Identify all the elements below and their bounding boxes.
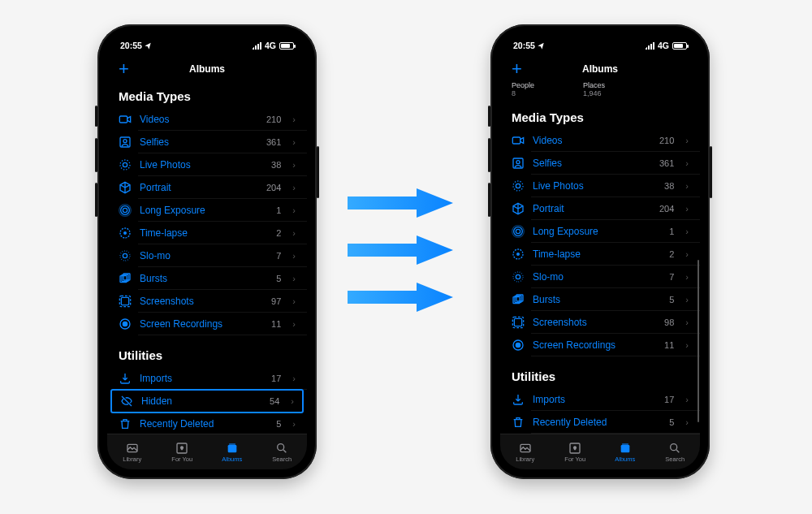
add-button[interactable]: + — [119, 60, 135, 78]
section-media-types: Media Types — [107, 81, 307, 108]
media-row-live-photos[interactable]: Live Photos38› — [500, 175, 700, 197]
row-count: 5 — [669, 417, 674, 427]
albums-icon — [618, 442, 633, 455]
bursts-icon — [512, 293, 525, 306]
chevron-right-icon: › — [685, 417, 689, 427]
nav-title: Albums — [135, 63, 279, 75]
media-row-screen-recordings[interactable]: Screen Recordings11› — [107, 313, 307, 335]
media-row-bursts[interactable]: Bursts5› — [107, 267, 307, 290]
location-icon — [145, 41, 153, 50]
tab-library[interactable]: Library — [500, 434, 551, 469]
section-utilities: Utilities — [107, 335, 307, 367]
svg-rect-49 — [622, 443, 628, 445]
side-button — [95, 106, 97, 127]
section-utilities: Utilities — [500, 356, 700, 388]
svg-marker-25 — [348, 235, 453, 265]
media-row-videos[interactable]: Videos210› — [107, 108, 307, 131]
utilities-row-imports[interactable]: Imports17› — [107, 367, 307, 390]
svg-point-33 — [514, 227, 523, 236]
row-label: Imports — [533, 394, 656, 405]
svg-point-2 — [123, 140, 127, 143]
row-label: Long Exposure — [140, 205, 268, 216]
tab-bar: LibraryFor YouAlbumsSearch — [107, 434, 307, 469]
row-count: 1 — [276, 205, 281, 215]
utilities-row-recently-deleted[interactable]: Recently Deleted5› — [500, 411, 700, 434]
chevron-right-icon: › — [685, 340, 689, 350]
row-count: 17 — [664, 395, 674, 404]
chevron-right-icon: › — [685, 317, 689, 327]
media-row-screenshots[interactable]: Screenshots97› — [107, 290, 307, 313]
utilities-row-hidden[interactable]: Hidden54› — [110, 389, 304, 413]
tab-search[interactable]: Search — [650, 434, 701, 469]
row-label: Recently Deleted — [140, 418, 268, 430]
row-label: Portrait — [533, 203, 651, 214]
tab-albums[interactable]: Albums — [207, 434, 257, 469]
row-count: 204 — [266, 183, 281, 192]
chevron-right-icon: › — [685, 227, 689, 236]
svg-point-18 — [123, 322, 127, 326]
svg-point-6 — [121, 206, 130, 215]
chevron-right-icon: › — [292, 274, 296, 283]
media-row-live-photos[interactable]: Live Photos38› — [107, 153, 307, 176]
cube-icon — [512, 202, 525, 215]
row-label: Time-lapse — [140, 227, 268, 239]
import-icon — [119, 372, 132, 385]
row-count: 38 — [664, 181, 674, 191]
utilities-row-recently-deleted[interactable]: Recently Deleted5› — [107, 412, 307, 434]
media-row-time-lapse[interactable]: Time-lapse2› — [107, 222, 307, 244]
cube-icon — [119, 181, 132, 194]
row-label: Portrait — [140, 182, 258, 193]
svg-rect-22 — [229, 443, 235, 445]
media-row-long-exposure[interactable]: Long Exposure1› — [500, 220, 700, 243]
notch — [158, 34, 256, 52]
row-count: 210 — [659, 136, 674, 145]
row-count: 5 — [669, 295, 674, 305]
media-row-bursts[interactable]: Bursts5› — [500, 288, 700, 311]
media-row-videos[interactable]: Videos210› — [500, 129, 700, 152]
row-count: 17 — [271, 374, 281, 383]
row-count: 11 — [271, 319, 281, 329]
add-button[interactable]: + — [512, 60, 528, 78]
tab-label: Search — [665, 456, 685, 463]
chevron-right-icon: › — [292, 374, 296, 383]
row-count: 5 — [276, 274, 281, 283]
tab-label: Albums — [222, 456, 242, 463]
chevron-right-icon: › — [292, 228, 296, 238]
tab-label: Library — [516, 456, 534, 463]
side-button — [488, 106, 490, 127]
media-row-selfies[interactable]: Selfies361› — [107, 131, 307, 153]
row-label: Time-lapse — [533, 248, 661, 260]
utilities-row-imports[interactable]: Imports17› — [500, 388, 700, 411]
svg-point-50 — [671, 443, 677, 450]
mini-people-label: People — [512, 81, 534, 89]
row-label: Selfies — [533, 158, 651, 169]
media-row-portrait[interactable]: Portrait204› — [500, 197, 700, 220]
row-count: 2 — [276, 228, 281, 238]
tab-foryou[interactable]: For You — [551, 434, 601, 469]
row-count: 38 — [271, 160, 281, 170]
svg-marker-24 — [348, 188, 453, 218]
tab-label: For You — [564, 456, 585, 463]
media-row-time-lapse[interactable]: Time-lapse2› — [500, 243, 700, 266]
row-label: Screenshots — [140, 296, 263, 307]
tab-foryou[interactable]: For You — [158, 434, 208, 469]
hidden-icon — [120, 395, 133, 408]
media-row-slo-mo[interactable]: Slo-mo7› — [107, 244, 307, 267]
tab-library[interactable]: Library — [107, 434, 158, 469]
content-left[interactable]: Media Types Videos210›Selfies361›Live Ph… — [107, 81, 307, 434]
trash-icon — [119, 417, 132, 430]
tab-albums[interactable]: Albums — [600, 434, 650, 469]
media-row-slo-mo[interactable]: Slo-mo7› — [500, 266, 700, 288]
media-row-screenshots[interactable]: Screenshots98› — [500, 311, 700, 334]
tab-search[interactable]: Search — [257, 434, 308, 469]
tab-label: Search — [272, 456, 292, 463]
arrow-icon — [348, 234, 453, 266]
row-count: 204 — [659, 204, 674, 214]
media-row-long-exposure[interactable]: Long Exposure1› — [107, 199, 307, 222]
media-row-selfies[interactable]: Selfies361› — [500, 152, 700, 175]
media-row-screen-recordings[interactable]: Screen Recordings11› — [500, 334, 700, 356]
media-row-portrait[interactable]: Portrait204› — [107, 176, 307, 199]
chevron-right-icon: › — [292, 137, 296, 147]
content-right[interactable]: People 8 Places 1,946 Media Types Videos… — [500, 81, 700, 434]
battery-icon — [672, 42, 687, 50]
